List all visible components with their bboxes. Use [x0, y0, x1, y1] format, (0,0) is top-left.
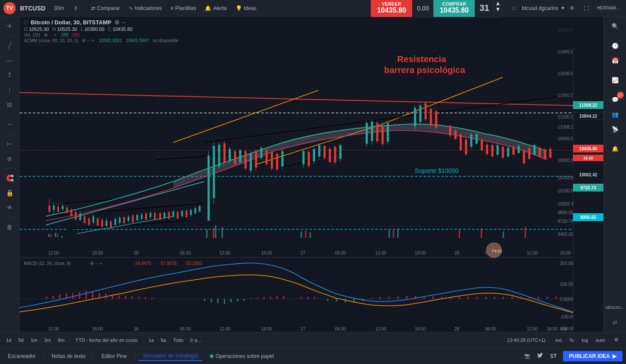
social-icon[interactable]: 💬 17 [608, 93, 622, 106]
settings-icon[interactable]: ⚙ [566, 2, 578, 14]
compare-button[interactable]: ⇄ Comparar [87, 4, 123, 13]
period-5d[interactable]: 5d [16, 337, 26, 344]
svg-text:11800.00: 11800.00 [558, 50, 573, 54]
svg-rect-270 [125, 296, 126, 299]
left-sep4 [3, 168, 16, 169]
svg-rect-58 [49, 205, 50, 212]
alert-button[interactable]: 🔔 Alerta [201, 4, 230, 13]
ext-button[interactable]: ext [553, 337, 564, 344]
svg-rect-312 [512, 297, 513, 299]
ohlc-row: O 10525.30 H 10525.30 L 10380.00 C 10435… [24, 26, 599, 32]
svg-rect-172 [340, 145, 342, 159]
svg-rect-184 [414, 108, 416, 126]
crosshair-tool[interactable]: ✛ [3, 20, 17, 32]
svg-rect-220 [518, 146, 520, 153]
period-ytd[interactable]: YTD - fecha del año en curso [73, 337, 140, 344]
time-settings-icon[interactable]: ⚙ [610, 334, 623, 346]
goto-button[interactable]: Ir a... [188, 337, 204, 344]
price-tag-10002: 10002.42 [573, 171, 603, 179]
period-1d[interactable]: 1d [3, 337, 14, 344]
move-tool[interactable]: ↔ [3, 118, 17, 130]
chart-icon[interactable]: 📈 [608, 74, 622, 86]
bell-right-icon[interactable]: 🔔 [608, 142, 622, 155]
horizontal-tool[interactable]: — [3, 54, 17, 66]
trade-count: 31 [475, 0, 494, 17]
screen-icon[interactable]: □ [508, 2, 520, 14]
clock-icon[interactable]: 🕐 [608, 40, 622, 52]
search-right-icon[interactable]: 🔍 [608, 20, 622, 32]
period-todo[interactable]: Todo [170, 337, 186, 344]
camera-icon[interactable]: 📷 [522, 351, 533, 361]
fullscreen-icon[interactable]: ⛶ [580, 2, 592, 14]
ideas-button[interactable]: 💡 Ideas [232, 4, 260, 13]
publish-button[interactable]: PUBLICAR IDEA ▶ [563, 351, 623, 361]
auto-button[interactable]: auto [593, 337, 608, 344]
trendline-tool[interactable]: ╱ [3, 40, 17, 52]
fib-tool[interactable]: ⋮ [3, 84, 17, 96]
trade-arrows[interactable]: ▲ ▼ [494, 0, 502, 17]
period-3m[interactable]: 3m [42, 337, 53, 344]
svg-text:06:00: 06:00 [335, 251, 346, 255]
calendar-icon[interactable]: 📅 [608, 54, 622, 66]
svg-rect-281 [243, 299, 245, 301]
svg-rect-263 [79, 292, 80, 299]
svg-rect-212 [496, 145, 499, 155]
arrow-down[interactable]: ▼ [495, 6, 501, 12]
notes-button[interactable]: Notas de texto [47, 352, 90, 361]
svg-rect-178 [376, 123, 378, 141]
svg-text:18:00: 18:00 [546, 327, 558, 331]
st-icon[interactable]: ST [548, 351, 559, 361]
text-tool[interactable]: T [3, 69, 17, 81]
svg-rect-286 [276, 296, 278, 299]
percent-button[interactable]: % [567, 337, 576, 344]
zoom-tool[interactable]: ⊕ [3, 152, 17, 165]
chart-svg[interactable]: Resistencia barrera psicológica Soporte … [20, 17, 573, 332]
svg-rect-198 [460, 135, 462, 150]
pattern-tool[interactable]: ⊞ [3, 99, 17, 111]
svg-rect-51 [305, 231, 306, 238]
ruler-tool[interactable]: ⊢ [3, 138, 17, 150]
trash-tool[interactable]: 🗑 [3, 221, 17, 233]
templates-button[interactable]: ≡ Plantillas [167, 4, 200, 13]
indicators-button[interactable]: ∿ Indicadores [125, 4, 165, 13]
radio-icon[interactable]: 📡 [608, 123, 622, 135]
period-5a[interactable]: 5a [158, 337, 169, 344]
log-button[interactable]: log [579, 337, 591, 344]
period-1a[interactable]: 1a [146, 337, 156, 344]
price-axis: 11008.22 10844.22 10435.80 19.30 10002.4… [573, 17, 603, 332]
svg-rect-132 [218, 145, 220, 166]
lock-tool[interactable]: 🔒 [3, 187, 17, 199]
negoci-icon[interactable]: NEGOCI... [608, 301, 622, 314]
svg-text:11400.00: 11400.00 [558, 93, 573, 98]
svg-rect-70 [75, 212, 77, 220]
chart-type-button[interactable]: 🕯 [70, 4, 82, 13]
period-1m[interactable]: 1m [28, 337, 40, 344]
svg-rect-299 [397, 296, 399, 299]
svg-rect-290 [314, 297, 315, 299]
svg-rect-285 [270, 297, 271, 299]
arrow-up[interactable]: ▲ [495, 0, 501, 6]
svg-text:9400.00: 9400.00 [558, 232, 573, 237]
svg-rect-68 [70, 210, 72, 216]
svg-rect-316 [546, 297, 548, 299]
timeframe-button[interactable]: 30m [50, 4, 67, 13]
strategy-button[interactable]: Simulador de estrategia [139, 351, 203, 361]
scanner-button[interactable]: Escaneador [3, 352, 40, 361]
svg-text:10435.80: 10435.80 [558, 175, 573, 180]
svg-rect-126 [199, 206, 200, 212]
svg-rect-279 [230, 299, 232, 302]
twitter-icon[interactable] [535, 351, 546, 361]
eye-tool[interactable]: 👁 [3, 202, 17, 214]
svg-text:28: 28 [454, 251, 460, 255]
buy-side: COMPRAR 10435.80 [433, 0, 475, 17]
transfer-icon[interactable]: ⇄ [608, 316, 622, 328]
chart-area: □ Bitcoin / Dollar, 30, BITSTAMP ⚙ ··· O… [20, 17, 603, 332]
magnet-tool[interactable]: 🧲 [3, 172, 17, 184]
svg-rect-284 [263, 297, 265, 299]
svg-rect-294 [353, 299, 355, 301]
svg-rect-112 [168, 212, 170, 219]
period-6m[interactable]: 6m [55, 337, 67, 344]
people-icon[interactable]: 👥 [608, 108, 622, 120]
svg-rect-186 [419, 106, 421, 122]
pine-editor-button[interactable]: Editor Pine [97, 352, 131, 361]
